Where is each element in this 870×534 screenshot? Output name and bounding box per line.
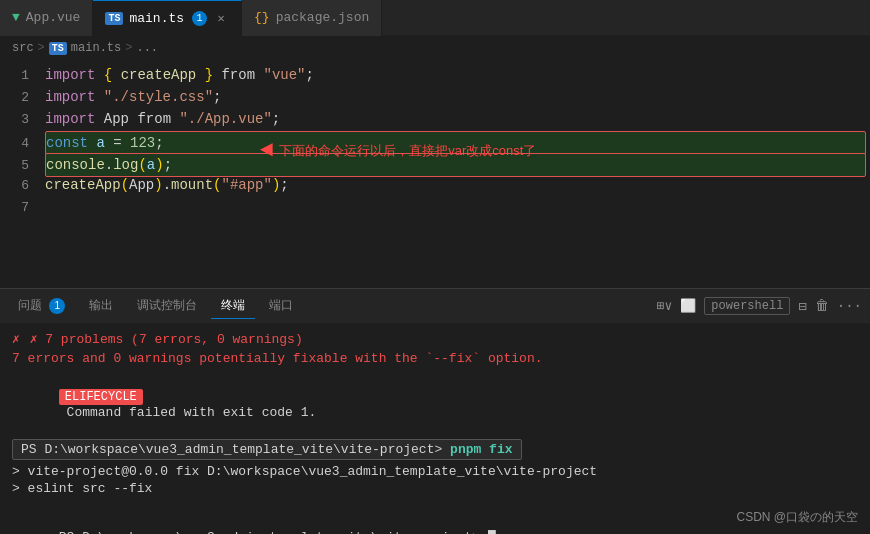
tab-main-ts[interactable]: TS main.ts 1 ✕ (93, 0, 242, 36)
tab-problems-label: 问题 (18, 298, 42, 312)
annotation-text: 下面的命令运行以后，直接把var改成const了 (279, 140, 536, 162)
arrow-icon: ◄ (260, 140, 273, 162)
breadcrumb-ts-icon: TS (49, 42, 67, 55)
final-prompt: PS D:\workspace\vue3_admin_template_vite… (59, 530, 488, 534)
error-summary-text: ✗ 7 problems (7 errors, 0 warnings) (30, 332, 303, 347)
annotation: ◄ 下面的命令运行以后，直接把var改成const了 (260, 140, 536, 162)
trash-icon[interactable]: 🗑 (815, 298, 829, 314)
breadcrumb-sep2: > (125, 41, 132, 55)
app-container: ▼ App.vue TS main.ts 1 ✕ {} package.json… (0, 0, 870, 534)
code-line-7: 7 (0, 196, 870, 218)
tab-terminal[interactable]: 终端 (211, 293, 255, 319)
problems-badge: 1 (49, 298, 65, 314)
editor-area: 1 import { createApp } from "vue"; 2 imp… (0, 60, 870, 288)
code-line-6: 6 createApp(App).mount("#app"); (0, 174, 870, 196)
tab-problems[interactable]: 问题 1 (8, 293, 75, 319)
breadcrumb-src: src (12, 41, 34, 55)
terminal-elifecycle-line: ELIFECYCLE Command failed with exit code… (12, 374, 858, 435)
panel-icon[interactable]: ⊟ (798, 298, 806, 315)
terminal-final: PS D:\workspace\vue3_admin_template_vite… (12, 515, 858, 534)
terminal-result1: > vite-project@0.0.0 fix D:\workspace\vu… (12, 464, 858, 479)
powershell-label[interactable]: powershell (704, 297, 790, 315)
elifecycle-badge: ELIFECYCLE (59, 389, 143, 405)
breadcrumb-dots: ... (136, 41, 158, 55)
breadcrumb: src > TS main.ts > ... (0, 36, 870, 60)
tab-bar: ▼ App.vue TS main.ts 1 ✕ {} package.json (0, 0, 870, 36)
vue-icon: ▼ (12, 10, 20, 25)
ts-icon: TS (105, 12, 123, 25)
breadcrumb-sep1: > (38, 41, 45, 55)
tab-label-package-json: package.json (276, 10, 370, 25)
panel-tabs: 问题 1 输出 调试控制台 终端 端口 ⊞∨ ⬜ powershell ⊟ 🗑 … (0, 288, 870, 323)
tab-close-main-ts[interactable]: ✕ (213, 10, 229, 26)
code-line-3: 3 import App from "./App.vue"; (0, 108, 870, 130)
tab-debug-label: 调试控制台 (137, 298, 197, 312)
terminal-cmd: pnpm fix (450, 442, 512, 457)
terminal-cmd-block: PS D:\workspace\vue3_admin_template_vite… (12, 439, 522, 460)
tab-terminal-label: 终端 (221, 298, 245, 312)
terminal-result2: > eslint src --fix (12, 481, 858, 496)
grid-icon[interactable]: ⊞∨ (657, 298, 673, 314)
terminal-content: ✗ ✗ 7 problems (7 errors, 0 warnings) 7 … (0, 323, 870, 534)
panel-right-actions: ⊞∨ ⬜ powershell ⊟ 🗑 ··· (657, 297, 862, 315)
code-line-1: 1 import { createApp } from "vue"; (0, 64, 870, 86)
tab-app-vue[interactable]: ▼ App.vue (0, 0, 93, 36)
tab-output[interactable]: 输出 (79, 293, 123, 319)
tab-badge: 1 (192, 11, 207, 26)
tab-port-label: 端口 (269, 298, 293, 312)
elifecycle-msg: Command failed with exit code 1. (59, 405, 316, 420)
split-icon[interactable]: ⬜ (680, 298, 696, 314)
json-icon: {} (254, 10, 270, 25)
terminal-fix-info: 7 errors and 0 warnings potentially fixa… (12, 351, 858, 366)
cursor: █ (488, 530, 496, 534)
breadcrumb-file: main.ts (71, 41, 121, 55)
code-line-5: 5 console.log(a); ◄ 下面的命令运行以后，直接把var改成co… (0, 152, 870, 174)
tab-package-json[interactable]: {} package.json (242, 0, 382, 36)
terminal-prompt: PS D:\workspace\vue3_admin_template_vite… (21, 442, 450, 457)
more-icon[interactable]: ··· (837, 298, 862, 314)
csdn-watermark: CSDN @口袋の的天空 (736, 509, 858, 526)
x-icon: ✗ (12, 332, 20, 347)
tab-port[interactable]: 端口 (259, 293, 303, 319)
tab-label-main-ts: main.ts (129, 11, 184, 26)
tab-debug[interactable]: 调试控制台 (127, 293, 207, 319)
terminal-blank (12, 498, 858, 513)
code-line-2: 2 import "./style.css"; (0, 86, 870, 108)
terminal-error-summary: ✗ ✗ 7 problems (7 errors, 0 warnings) (12, 331, 858, 347)
tab-output-label: 输出 (89, 298, 113, 312)
tab-label-app-vue: App.vue (26, 10, 81, 25)
